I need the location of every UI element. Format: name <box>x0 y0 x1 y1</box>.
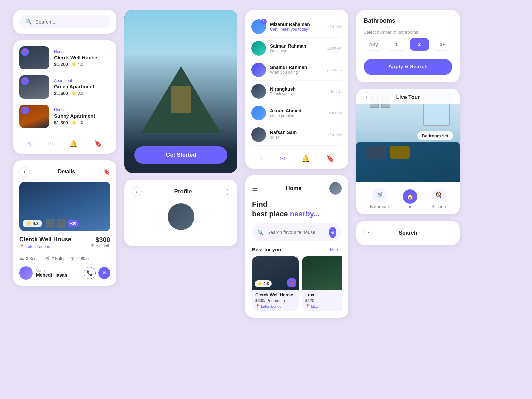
message-item[interactable]: Salman Rahman Of course 11:00 AM <box>251 38 342 59</box>
pin-icon: 📍 <box>21 77 29 85</box>
listing-name: Sunny Apartment <box>54 113 110 119</box>
msg-content: Rafsan Sam ok sir <box>270 130 323 140</box>
profile-title: Profile <box>174 188 192 195</box>
message-item[interactable]: Akram Ahmed ok no problem 6:00 PM <box>251 102 342 124</box>
call-button[interactable]: 📞 <box>84 267 96 279</box>
msg-content: Shainur Rahman What you doing? <box>270 65 323 75</box>
bottom-search-back-button[interactable]: ‹ <box>363 228 374 238</box>
msg-avatar <box>251 127 266 142</box>
profile-back-button[interactable]: ‹ <box>131 186 142 197</box>
details-meta: 🛏 3 Beds 🚿 2 Baths ⊞ 2480 sqft <box>19 256 110 262</box>
bottom-search-card: ‹ Search <box>356 221 460 245</box>
bath-option-2[interactable]: 2 <box>410 38 429 51</box>
prop-rating-badge: ⭐ 4.8 <box>255 280 272 287</box>
listing-price: $1,600 <box>54 91 68 96</box>
home-search-input[interactable] <box>267 230 326 235</box>
home-menu-icon[interactable]: ☰ <box>252 184 258 192</box>
prop-bookmark-icon[interactable]: 🔖 <box>287 278 296 287</box>
get-started-button[interactable]: Get Sterted <box>134 146 227 164</box>
msg-time: Nov 15 <box>331 89 342 93</box>
bath-option-any[interactable]: Any <box>364 38 383 51</box>
pin-icon: 📍 <box>21 107 29 114</box>
message-item[interactable]: 2 Mizanur Rahaman Can I meet you today? … <box>251 16 342 38</box>
profile-avatar-area <box>131 203 231 233</box>
prop-name: Clerck Well House <box>255 292 295 297</box>
thumb-sm-1 <box>46 219 55 228</box>
home-search-row[interactable]: 🔍 ⚙ <box>252 223 342 241</box>
listing-thumbnail: 📍 <box>19 105 49 128</box>
msg-time: 12:01 AM <box>327 25 342 29</box>
bed <box>356 142 460 182</box>
bathroom-icon: 🚿 <box>372 188 387 202</box>
nav-home-icon[interactable]: ⌂ <box>27 140 31 148</box>
bath-icon: 🚿 <box>44 256 50 262</box>
message-button[interactable]: ✉ <box>98 267 110 279</box>
listing-name: Clerck Well House <box>54 55 110 60</box>
list-item[interactable]: 📍 House Clerck Well House $1,200 ⭐ 4.0 <box>19 46 110 69</box>
home-app-header: ☰ Home <box>252 182 342 195</box>
list-item[interactable]: 📍 Apartment Green Apartment $1,600 ⭐ 3.0 <box>19 75 110 99</box>
bath-option-3plus[interactable]: 3+ <box>433 38 452 51</box>
msg-time: 11:00 AM <box>327 46 342 50</box>
kitchen-icon: 🍳 <box>431 188 446 202</box>
search-input[interactable] <box>35 19 104 25</box>
message-item[interactable]: Rafsan Sam ok sir 12:01 AM <box>251 124 342 146</box>
property-card[interactable]: ⭐ 4.8 🔖 Clerck Well House $300/ Per mont… <box>252 256 299 311</box>
owner-text: Owner Mehedi Hasan <box>36 268 67 278</box>
listing-type: House <box>54 108 110 112</box>
nav-notifications-icon[interactable]: 🔔 <box>69 140 78 148</box>
more-link[interactable]: More › <box>330 247 342 252</box>
nav-messages-icon[interactable]: ✉ <box>48 140 53 148</box>
nav-bookmark-icon[interactable]: 🔖 <box>94 140 102 148</box>
messages-nav-bar: ⌂ ✉ 🔔 🔖 <box>251 149 342 163</box>
bottom-search-title: Search <box>399 230 418 236</box>
prop-location: 📍 lut... <box>305 304 342 308</box>
nav-notifications-icon[interactable]: 🔔 <box>302 155 310 163</box>
nav-home-icon[interactable]: ⌂ <box>259 155 263 163</box>
listing-rating: ⭐ 3.0 <box>71 91 83 96</box>
prop-card-image <box>302 256 342 290</box>
msg-name: Shainur Rahman <box>270 65 323 70</box>
msg-name: Nirangkush <box>270 86 327 92</box>
location-pin-icon: 📍 <box>19 244 24 249</box>
details-back-button[interactable]: ‹ <box>19 166 30 177</box>
msg-avatar: 2 <box>251 19 266 34</box>
details-more-badge: +10 <box>68 220 79 227</box>
nav-bookmark-icon[interactable]: 🔖 <box>326 155 334 163</box>
msg-preview: What you doing? <box>270 70 323 75</box>
meta-sqft: ⊞ 2480 sqft <box>70 256 93 262</box>
msg-avatar <box>251 106 266 120</box>
bath-option-1[interactable]: 1 <box>387 38 406 51</box>
prop-price: $120,... <box>305 298 342 303</box>
profile-menu-icon[interactable]: ⋮ <box>224 188 231 196</box>
prop-name: Luxu... <box>305 292 342 297</box>
list-item[interactable]: 📍 House Sunny Apartment $1,300 ⭐ 4.0 <box>19 105 110 128</box>
details-property-image: ⭐ 4.8 +10 <box>19 182 110 231</box>
msg-preview: Can I meet you today? <box>270 27 323 32</box>
nav-messages-icon[interactable]: ✉ <box>280 155 285 163</box>
filter-button[interactable]: ⚙ <box>329 227 336 238</box>
live-tour-header: ‹ Live Tour <box>356 89 460 104</box>
prop-location: 📍 Luton,London <box>255 304 295 308</box>
apply-search-button[interactable]: Apply & Search <box>364 59 452 75</box>
msg-content: Salman Rahman Of course <box>270 43 323 53</box>
area-icon: ⊞ <box>70 256 75 262</box>
message-item[interactable]: Nirangkush Thank you sir Nov 15 <box>251 81 342 102</box>
message-item[interactable]: Shainur Rahman What you doing? yesterday <box>251 59 342 81</box>
msg-preview: ok no problem <box>270 113 325 118</box>
search-bar[interactable]: 🔍 <box>19 15 110 28</box>
prop-card-image: ⭐ 4.8 🔖 <box>252 256 299 290</box>
home-app-title: Home <box>286 185 301 192</box>
listing-info: Apartment Green Apartment $1,600 ⭐ 3.0 <box>54 78 110 96</box>
msg-name: Mizanur Rahaman <box>270 22 323 27</box>
details-bookmark-icon[interactable]: 🔖 <box>103 168 110 175</box>
tour-room-kitchen[interactable]: 🍳 Kitchen <box>431 188 446 209</box>
tour-room-bathroom[interactable]: 🚿 Bathroom <box>370 188 389 209</box>
details-price: $300 /Per month <box>91 236 110 248</box>
tour-room-active[interactable]: 🏠 <box>403 189 417 208</box>
property-card[interactable]: Luxu... $120,... 📍 lut... <box>302 256 342 311</box>
best-for-you-label: Best for you <box>252 247 281 252</box>
bedroom-set-label: Bedroom set <box>417 131 453 140</box>
tour-back-button[interactable]: ‹ <box>362 92 372 102</box>
listing-thumbnail: 📍 <box>19 46 49 69</box>
